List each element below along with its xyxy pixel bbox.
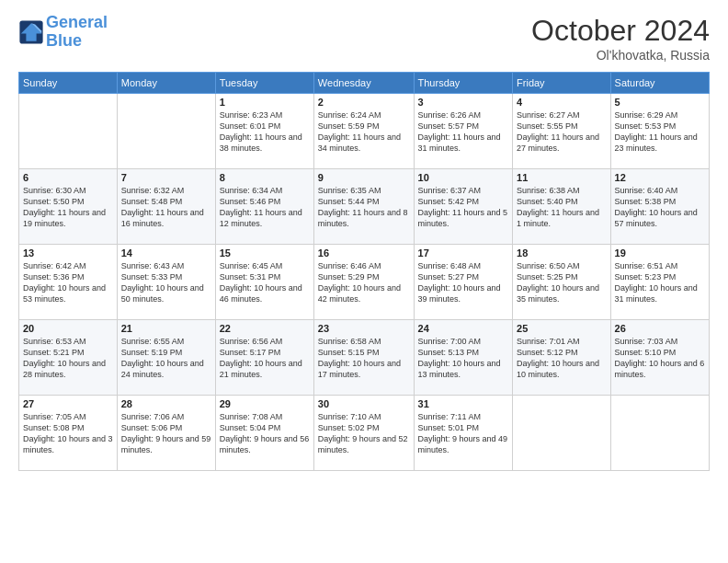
day-info: Sunrise: 6:27 AM Sunset: 5:55 PM Dayligh… bbox=[517, 109, 607, 155]
day-number: 2 bbox=[318, 97, 410, 108]
calendar-page: General Blue October 2024 Ol'khovatka, R… bbox=[0, 0, 728, 563]
day-info: Sunrise: 6:58 AM Sunset: 5:15 PM Dayligh… bbox=[318, 336, 410, 381]
day-info: Sunrise: 7:08 AM Sunset: 5:04 PM Dayligh… bbox=[220, 411, 310, 456]
col-monday: Monday bbox=[117, 73, 215, 94]
day-info: Sunrise: 6:40 AM Sunset: 5:38 PM Dayligh… bbox=[615, 185, 705, 230]
day-info: Sunrise: 7:03 AM Sunset: 5:10 PM Dayligh… bbox=[615, 336, 705, 381]
calendar-cell: 10Sunrise: 6:37 AM Sunset: 5:42 PM Dayli… bbox=[414, 169, 513, 245]
day-info: Sunrise: 6:26 AM Sunset: 5:57 PM Dayligh… bbox=[418, 109, 509, 155]
day-number: 5 bbox=[615, 97, 705, 108]
day-info: Sunrise: 7:11 AM Sunset: 5:01 PM Dayligh… bbox=[418, 411, 509, 456]
calendar-cell: 24Sunrise: 7:00 AM Sunset: 5:13 PM Dayli… bbox=[414, 320, 513, 396]
day-number: 18 bbox=[517, 247, 607, 259]
calendar-cell: 19Sunrise: 6:51 AM Sunset: 5:23 PM Dayli… bbox=[610, 245, 709, 320]
logo-text: General Blue bbox=[46, 14, 108, 51]
calendar-cell bbox=[610, 396, 709, 471]
day-number: 21 bbox=[121, 323, 211, 334]
col-tuesday: Tuesday bbox=[215, 73, 313, 94]
calendar-cell: 18Sunrise: 6:50 AM Sunset: 5:25 PM Dayli… bbox=[513, 245, 611, 320]
col-thursday: Thursday bbox=[414, 73, 513, 94]
day-number: 26 bbox=[615, 323, 705, 334]
day-info: Sunrise: 6:43 AM Sunset: 5:33 PM Dayligh… bbox=[121, 260, 211, 305]
calendar-week-0: 1Sunrise: 6:23 AM Sunset: 6:01 PM Daylig… bbox=[19, 94, 710, 169]
day-info: Sunrise: 6:24 AM Sunset: 5:59 PM Dayligh… bbox=[318, 109, 410, 155]
day-number: 24 bbox=[418, 323, 509, 334]
logo-general: General bbox=[46, 13, 108, 31]
day-info: Sunrise: 6:56 AM Sunset: 5:17 PM Dayligh… bbox=[220, 336, 310, 381]
day-info: Sunrise: 7:01 AM Sunset: 5:12 PM Dayligh… bbox=[517, 336, 607, 381]
calendar-cell: 2Sunrise: 6:24 AM Sunset: 5:59 PM Daylig… bbox=[313, 94, 414, 169]
calendar-cell: 3Sunrise: 6:26 AM Sunset: 5:57 PM Daylig… bbox=[414, 94, 513, 169]
calendar-cell: 6Sunrise: 6:30 AM Sunset: 5:50 PM Daylig… bbox=[19, 169, 118, 245]
day-number: 11 bbox=[517, 172, 607, 183]
col-sunday: Sunday bbox=[19, 73, 118, 94]
calendar-week-2: 13Sunrise: 6:42 AM Sunset: 5:36 PM Dayli… bbox=[19, 245, 710, 320]
day-info: Sunrise: 6:50 AM Sunset: 5:25 PM Dayligh… bbox=[517, 260, 607, 305]
day-info: Sunrise: 6:48 AM Sunset: 5:27 PM Dayligh… bbox=[418, 260, 509, 305]
col-wednesday: Wednesday bbox=[313, 73, 414, 94]
day-number: 19 bbox=[615, 247, 705, 259]
calendar-cell: 30Sunrise: 7:10 AM Sunset: 5:02 PM Dayli… bbox=[313, 396, 414, 471]
day-info: Sunrise: 6:51 AM Sunset: 5:23 PM Dayligh… bbox=[615, 260, 705, 305]
day-number: 10 bbox=[418, 172, 509, 183]
day-number: 3 bbox=[418, 97, 509, 108]
calendar-cell: 27Sunrise: 7:05 AM Sunset: 5:08 PM Dayli… bbox=[19, 396, 118, 471]
calendar-cell: 28Sunrise: 7:06 AM Sunset: 5:06 PM Dayli… bbox=[117, 396, 215, 471]
day-info: Sunrise: 6:32 AM Sunset: 5:48 PM Dayligh… bbox=[121, 185, 211, 230]
day-number: 15 bbox=[220, 247, 310, 259]
calendar-cell: 11Sunrise: 6:38 AM Sunset: 5:40 PM Dayli… bbox=[513, 169, 611, 245]
day-number: 29 bbox=[220, 398, 310, 409]
day-number: 31 bbox=[418, 398, 509, 409]
calendar-cell bbox=[117, 94, 215, 169]
calendar-header-row: Sunday Monday Tuesday Wednesday Thursday… bbox=[19, 73, 710, 94]
day-info: Sunrise: 6:38 AM Sunset: 5:40 PM Dayligh… bbox=[517, 185, 607, 230]
day-info: Sunrise: 6:23 AM Sunset: 6:01 PM Dayligh… bbox=[220, 109, 310, 155]
day-number: 9 bbox=[318, 172, 410, 183]
day-number: 20 bbox=[23, 323, 113, 334]
calendar-cell: 5Sunrise: 6:29 AM Sunset: 5:53 PM Daylig… bbox=[610, 94, 709, 169]
day-number: 27 bbox=[23, 398, 113, 409]
calendar-cell: 25Sunrise: 7:01 AM Sunset: 5:12 PM Dayli… bbox=[513, 320, 611, 396]
day-number: 30 bbox=[318, 398, 410, 409]
day-info: Sunrise: 6:42 AM Sunset: 5:36 PM Dayligh… bbox=[23, 260, 113, 305]
day-number: 4 bbox=[517, 97, 607, 108]
logo-blue: Blue bbox=[46, 31, 82, 50]
calendar-cell: 29Sunrise: 7:08 AM Sunset: 5:04 PM Dayli… bbox=[215, 396, 313, 471]
calendar-cell: 23Sunrise: 6:58 AM Sunset: 5:15 PM Dayli… bbox=[313, 320, 414, 396]
day-number: 23 bbox=[318, 323, 410, 334]
col-friday: Friday bbox=[513, 73, 611, 94]
calendar-cell: 22Sunrise: 6:56 AM Sunset: 5:17 PM Dayli… bbox=[215, 320, 313, 396]
calendar-cell: 8Sunrise: 6:34 AM Sunset: 5:46 PM Daylig… bbox=[215, 169, 313, 245]
calendar-cell: 1Sunrise: 6:23 AM Sunset: 6:01 PM Daylig… bbox=[215, 94, 313, 169]
calendar-cell: 15Sunrise: 6:45 AM Sunset: 5:31 PM Dayli… bbox=[215, 245, 313, 320]
calendar-cell: 16Sunrise: 6:46 AM Sunset: 5:29 PM Dayli… bbox=[313, 245, 414, 320]
day-info: Sunrise: 6:37 AM Sunset: 5:42 PM Dayligh… bbox=[418, 185, 509, 230]
calendar-table: Sunday Monday Tuesday Wednesday Thursday… bbox=[18, 72, 710, 471]
day-info: Sunrise: 6:35 AM Sunset: 5:44 PM Dayligh… bbox=[318, 185, 410, 230]
day-info: Sunrise: 6:34 AM Sunset: 5:46 PM Dayligh… bbox=[220, 185, 310, 230]
calendar-cell: 31Sunrise: 7:11 AM Sunset: 5:01 PM Dayli… bbox=[414, 396, 513, 471]
day-number: 8 bbox=[220, 172, 310, 183]
calendar-cell: 26Sunrise: 7:03 AM Sunset: 5:10 PM Dayli… bbox=[610, 320, 709, 396]
calendar-cell: 21Sunrise: 6:55 AM Sunset: 5:19 PM Dayli… bbox=[117, 320, 215, 396]
logo: General Blue bbox=[18, 14, 108, 51]
calendar-cell: 7Sunrise: 6:32 AM Sunset: 5:48 PM Daylig… bbox=[117, 169, 215, 245]
calendar-cell: 13Sunrise: 6:42 AM Sunset: 5:36 PM Dayli… bbox=[19, 245, 118, 320]
day-info: Sunrise: 7:05 AM Sunset: 5:08 PM Dayligh… bbox=[23, 411, 113, 456]
calendar-cell: 4Sunrise: 6:27 AM Sunset: 5:55 PM Daylig… bbox=[513, 94, 611, 169]
day-info: Sunrise: 7:00 AM Sunset: 5:13 PM Dayligh… bbox=[418, 336, 509, 381]
calendar-cell: 12Sunrise: 6:40 AM Sunset: 5:38 PM Dayli… bbox=[610, 169, 709, 245]
calendar-cell: 20Sunrise: 6:53 AM Sunset: 5:21 PM Dayli… bbox=[19, 320, 118, 396]
day-number: 17 bbox=[418, 247, 509, 259]
location: Ol'khovatka, Russia bbox=[531, 48, 710, 63]
calendar-cell bbox=[19, 94, 118, 169]
day-number: 6 bbox=[23, 172, 113, 183]
day-number: 12 bbox=[615, 172, 705, 183]
day-info: Sunrise: 6:45 AM Sunset: 5:31 PM Dayligh… bbox=[220, 260, 310, 305]
day-number: 28 bbox=[121, 398, 211, 409]
title-block: October 2024 Ol'khovatka, Russia bbox=[531, 14, 710, 63]
day-number: 7 bbox=[121, 172, 211, 183]
day-info: Sunrise: 6:30 AM Sunset: 5:50 PM Dayligh… bbox=[23, 185, 113, 230]
day-info: Sunrise: 7:06 AM Sunset: 5:06 PM Dayligh… bbox=[121, 411, 211, 456]
day-info: Sunrise: 7:10 AM Sunset: 5:02 PM Dayligh… bbox=[318, 411, 410, 456]
